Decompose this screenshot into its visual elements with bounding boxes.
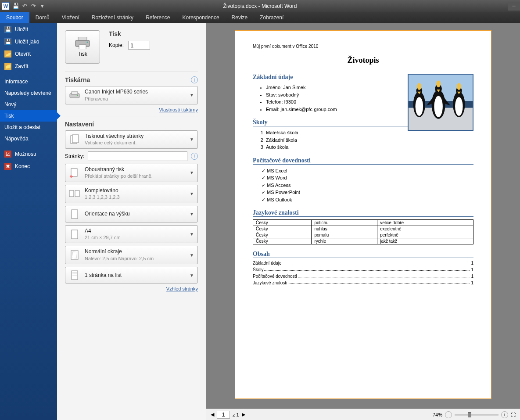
printer-dropdown[interactable]: Canon Inkjet MP630 seriesPřipravena ▼	[65, 86, 198, 104]
svg-point-3	[87, 42, 88, 43]
title-bar: W 💾 ↶ ↷ ▾ Životopis.docx - Microsoft Wor…	[0, 0, 520, 12]
doc-list-skoly: Mateřská školaZákladní školaAuto škola	[266, 129, 473, 151]
sidebar-otevrit[interactable]: 📂Otevřít	[0, 48, 57, 60]
duplex-dropdown[interactable]: Oboustranný tiskPřeklápí stránky po delš…	[65, 164, 198, 182]
page-input[interactable]	[217, 411, 230, 419]
printer-properties-link[interactable]: Vlastnosti tiskárny	[65, 107, 198, 112]
sidebar-novy[interactable]: Nový	[0, 99, 57, 110]
folder-close-icon: 📁	[4, 63, 11, 70]
zoom-out-button[interactable]: −	[445, 411, 452, 418]
qat-more[interactable]: ▾	[38, 2, 47, 11]
portrait-icon	[69, 208, 80, 220]
svg-rect-0	[78, 37, 87, 40]
svg-rect-8	[72, 135, 79, 143]
printer-device-icon	[69, 90, 80, 101]
svg-rect-2	[79, 45, 86, 49]
pages-icon	[69, 134, 80, 145]
preview-navbar: ◀ z 1 ▶ 74% − + ⛶	[206, 409, 520, 420]
zoom-label: 74%	[433, 412, 442, 417]
fit-page-icon[interactable]: ⛶	[511, 412, 516, 417]
next-page-button[interactable]: ▶	[242, 412, 245, 417]
zoom-slider[interactable]	[455, 414, 498, 416]
copies-input[interactable]	[128, 41, 150, 50]
tab-rozlozeni[interactable]: Rozložení stránky	[86, 12, 140, 23]
print-panel: Tisk Tisk Kopie: Tiskárnai Canon Inkjet …	[57, 23, 206, 420]
svg-point-24	[416, 97, 423, 116]
margins-icon	[69, 249, 80, 261]
window-minimize[interactable]: ─	[508, 2, 520, 11]
svg-point-34	[457, 83, 461, 90]
print-preview: Můj první dokument v Office 2010 Životop…	[206, 23, 520, 420]
folder-open-icon: 📂	[4, 50, 11, 57]
chevron-down-icon: ▼	[190, 253, 194, 258]
word-icon: W	[2, 2, 10, 10]
exit-icon: ✖	[4, 163, 11, 170]
pages-label: Stránky:	[65, 153, 84, 159]
page-setup-link[interactable]: Vzhled stránky	[65, 286, 198, 291]
tab-zobrazeni[interactable]: Zobrazení	[254, 12, 290, 23]
pagesize-icon	[69, 229, 80, 240]
doc-title: Životopis	[253, 56, 473, 65]
chevron-down-icon: ▼	[190, 232, 194, 237]
pagesize-dropdown[interactable]: A421 cm × 29,7 cm ▼	[65, 225, 198, 244]
doc-list-pocitac: ✓ MS Excel ✓ MS Word ✓ MS Access ✓ MS Po…	[262, 167, 473, 204]
svg-rect-10	[69, 190, 74, 197]
persheet-dropdown[interactable]: 1 stránka na list ▼	[65, 267, 198, 284]
sidebar-zavrit[interactable]: 📁Zavřít	[0, 60, 57, 72]
sidebar-ulozit[interactable]: 💾Uložit	[0, 23, 57, 36]
tab-korespondence[interactable]: Korespondence	[176, 12, 226, 23]
svg-point-32	[455, 97, 463, 116]
sidebar-ulozit-odeslat[interactable]: Uložit a odeslat	[0, 122, 57, 133]
persheet-icon	[69, 269, 80, 281]
collate-dropdown[interactable]: Kompletováno1,2,3 1,2,3 1,2,3 ▼	[65, 185, 198, 203]
chevron-down-icon: ▼	[190, 273, 194, 278]
doc-toc: Základní údaje1 Školy1 Počítačové dovedn…	[253, 261, 473, 285]
svg-point-26	[417, 83, 421, 90]
backstage-sidebar: 💾Uložit 💾Uložit jako 📂Otevřít 📁Zavřít In…	[0, 23, 57, 420]
duplex-icon	[69, 167, 80, 179]
print-button[interactable]: Tisk	[65, 30, 100, 64]
pages-info-icon[interactable]: i	[191, 153, 198, 160]
page-of-label: z 1	[233, 412, 239, 417]
sidebar-moznosti[interactable]: ☑Možnosti	[0, 148, 57, 160]
sidebar-ulozit-jako[interactable]: 💾Uložit jako	[0, 36, 57, 48]
chevron-down-icon: ▼	[190, 212, 194, 216]
svg-rect-9	[71, 169, 77, 176]
doc-photo	[408, 74, 473, 131]
ribbon-tabs: Soubor Domů Vložení Rozložení stránky Re…	[0, 12, 520, 23]
sidebar-konec[interactable]: ✖Konec	[0, 160, 57, 172]
qat-undo[interactable]: ↶	[20, 2, 29, 11]
pages-input[interactable]	[88, 151, 187, 161]
tab-domu[interactable]: Domů	[29, 12, 56, 23]
doc-table-jazyky: Českypotichuvelice dobře Českynahlasexce…	[253, 219, 473, 244]
sidebar-naposledny[interactable]: Naposledy otevřené	[0, 87, 57, 99]
margins-dropdown[interactable]: Normální okrajeNalevo: 2,5 cm Napravo: 2…	[65, 246, 198, 264]
chevron-down-icon: ▼	[190, 93, 194, 97]
svg-rect-12	[72, 210, 78, 219]
zoom-in-button[interactable]: +	[501, 411, 508, 418]
qat-redo[interactable]: ↷	[29, 2, 38, 11]
sidebar-tisk[interactable]: Tisk	[0, 110, 57, 122]
tab-soubor[interactable]: Soubor	[0, 12, 29, 23]
document-title: Životopis.docx - Microsoft Word	[0, 3, 520, 9]
tab-vlozeni[interactable]: Vložení	[56, 12, 86, 23]
svg-rect-5	[72, 92, 78, 94]
qat-save[interactable]: 💾	[11, 2, 20, 11]
doc-h-obsah: Obsah	[253, 251, 473, 258]
chevron-down-icon: ▼	[190, 137, 194, 142]
tab-revize[interactable]: Revize	[226, 12, 254, 23]
print-scope-dropdown[interactable]: Tisknout všechny stránkyVytiskne celý do…	[65, 130, 198, 149]
sidebar-informace[interactable]: Informace	[0, 76, 57, 87]
svg-rect-11	[75, 190, 79, 197]
chevron-down-icon: ▼	[190, 170, 194, 175]
chevron-down-icon: ▼	[190, 191, 194, 196]
collate-icon	[69, 188, 80, 200]
sidebar-napoveda[interactable]: Nápověda	[0, 133, 57, 144]
orientation-dropdown[interactable]: Orientace na výšku ▼	[65, 206, 198, 223]
doc-h-pocitac: Počítačové dovednosti	[253, 157, 473, 165]
doc-header: Můj první dokument v Office 2010	[253, 44, 473, 49]
tab-reference[interactable]: Reference	[140, 12, 176, 23]
copies-label: Kopie:	[109, 42, 124, 48]
printer-info-icon[interactable]: i	[191, 76, 198, 83]
prev-page-button[interactable]: ◀	[211, 412, 214, 417]
